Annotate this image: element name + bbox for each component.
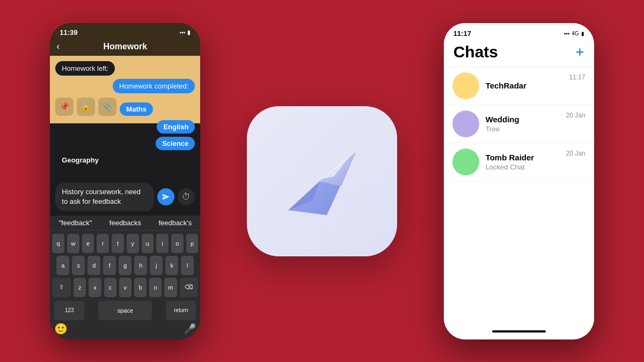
key-g[interactable]: g bbox=[119, 256, 131, 275]
autocomplete-bar: "feedback" feedbacks feedback's bbox=[50, 216, 200, 231]
keyboard-row-1: q w e r t y u i o p bbox=[52, 234, 198, 253]
wifi-icon: ▪▪▪ bbox=[180, 29, 186, 35]
message-homework-completed: Homework completed: bbox=[113, 79, 195, 93]
pin-icon: 📌 bbox=[55, 98, 74, 116]
app-icon bbox=[247, 106, 397, 256]
key-f[interactable]: f bbox=[103, 256, 116, 275]
signal-bars-icon: ▪▪▪ bbox=[564, 31, 570, 36]
techradar-time: 11:17 bbox=[569, 73, 586, 81]
chat-item-wedding[interactable]: Wedding Tree 20 Jan bbox=[444, 105, 594, 143]
autocomplete-feedbacks[interactable]: feedbacks bbox=[105, 219, 145, 227]
chat-area: Homework left: Homework completed: 📌 🔒 📎… bbox=[50, 56, 200, 179]
chat-item-tombraider[interactable]: Tomb Raider Locked Chat 20 Jan bbox=[444, 143, 594, 181]
left-status-bar: 11:39 ▪▪▪ ▮ bbox=[50, 23, 200, 39]
left-status-icons: ▪▪▪ ▮ bbox=[180, 29, 191, 35]
wedding-info: Wedding Tree bbox=[486, 115, 560, 133]
home-bar bbox=[492, 330, 546, 333]
left-time: 11:39 bbox=[60, 28, 77, 36]
chats-header: Chats + bbox=[444, 40, 594, 67]
message-input-area: History coursework, need to ask for feed… bbox=[50, 179, 200, 215]
chat-title: Homework bbox=[103, 42, 147, 51]
key-return[interactable]: return bbox=[166, 301, 196, 320]
key-space[interactable]: space bbox=[98, 301, 152, 320]
wedding-avatar bbox=[452, 110, 479, 137]
key-r[interactable]: r bbox=[97, 234, 109, 253]
send-button[interactable] bbox=[157, 188, 174, 205]
4g-label: 4G bbox=[572, 31, 579, 36]
main-scene: 11:39 ▪▪▪ ▮ ‹ Homework Homework left: Ho… bbox=[0, 0, 644, 362]
key-i[interactable]: i bbox=[156, 234, 169, 253]
key-h[interactable]: h bbox=[134, 256, 147, 275]
key-m[interactable]: m bbox=[164, 278, 177, 297]
key-backspace[interactable]: ⌫ bbox=[180, 278, 199, 297]
lock-icon: 🔒 bbox=[77, 98, 95, 116]
battery-icon: ▮ bbox=[187, 29, 191, 35]
message-homework-left: Homework left: bbox=[55, 61, 115, 76]
key-v[interactable]: v bbox=[119, 278, 131, 297]
chat-item-techradar[interactable]: TechRadar 11:17 bbox=[444, 67, 594, 105]
key-l[interactable]: l bbox=[181, 256, 194, 275]
telegram-icon bbox=[274, 133, 370, 230]
chats-title: Chats bbox=[453, 43, 498, 61]
techradar-name: TechRadar bbox=[486, 81, 563, 90]
key-shift[interactable]: ⇧ bbox=[52, 278, 71, 297]
key-n[interactable]: n bbox=[149, 278, 162, 297]
tombraider-time: 20 Jan bbox=[566, 150, 586, 157]
wedding-subtitle: Tree bbox=[486, 125, 560, 133]
left-nav-bar: ‹ Homework bbox=[50, 39, 200, 56]
right-status-icons: ▪▪▪ 4G ▮ bbox=[564, 31, 584, 36]
english-tag[interactable]: English bbox=[157, 120, 195, 134]
right-battery-icon: ▮ bbox=[581, 31, 584, 36]
key-t[interactable]: t bbox=[112, 234, 124, 253]
keyboard-row-3: ⇧ z x c v b n m ⌫ bbox=[52, 278, 198, 297]
tombraider-subtitle: Locked Chat bbox=[486, 163, 560, 171]
tombraider-avatar bbox=[452, 149, 479, 175]
right-phone: 11:17 ▪▪▪ 4G ▮ Chats + TechRadar 11:17 bbox=[444, 23, 594, 339]
science-tag[interactable]: Science bbox=[156, 137, 195, 150]
key-x[interactable]: x bbox=[89, 278, 101, 297]
autocomplete-feedback[interactable]: "feedback" bbox=[54, 219, 96, 227]
key-b[interactable]: b bbox=[134, 278, 147, 297]
key-p[interactable]: p bbox=[186, 234, 199, 253]
tombraider-info: Tomb Raider Locked Chat bbox=[486, 153, 560, 171]
left-phone: 11:39 ▪▪▪ ▮ ‹ Homework Homework left: Ho… bbox=[50, 23, 200, 339]
key-q[interactable]: q bbox=[52, 234, 64, 253]
key-s[interactable]: s bbox=[72, 256, 85, 275]
key-w[interactable]: w bbox=[67, 234, 79, 253]
back-button[interactable]: ‹ bbox=[56, 41, 60, 52]
key-u[interactable]: u bbox=[142, 234, 154, 253]
techradar-avatar bbox=[452, 72, 479, 99]
autocomplete-feedbacks-possessive[interactable]: feedback's bbox=[154, 219, 196, 227]
chat-list: TechRadar 11:17 Wedding Tree 20 Jan Tomb… bbox=[444, 67, 594, 323]
keyboard-bottom-row: 🙂 🎤 bbox=[52, 321, 198, 336]
key-c[interactable]: c bbox=[104, 278, 116, 297]
key-d[interactable]: d bbox=[87, 256, 100, 275]
key-123[interactable]: 123 bbox=[54, 301, 84, 320]
key-o[interactable]: o bbox=[171, 234, 184, 253]
right-status-bar: 11:17 ▪▪▪ 4G ▮ bbox=[444, 23, 594, 40]
paperclip-icon: 📎 bbox=[98, 98, 116, 116]
home-indicator bbox=[444, 323, 594, 339]
right-time: 11:17 bbox=[453, 29, 471, 38]
key-j[interactable]: j bbox=[150, 256, 163, 275]
key-z[interactable]: z bbox=[74, 278, 86, 297]
techradar-info: TechRadar bbox=[486, 81, 563, 90]
maths-tag[interactable]: Maths bbox=[120, 102, 153, 116]
mic-button[interactable]: 🎤 bbox=[184, 323, 196, 335]
new-chat-button[interactable]: + bbox=[575, 45, 584, 60]
emoji-button[interactable]: 🙂 bbox=[54, 322, 68, 335]
geography-tag[interactable]: Geography bbox=[55, 153, 105, 167]
pin-row: 📌 🔒 📎 Maths bbox=[55, 98, 153, 116]
tombraider-name: Tomb Raider bbox=[486, 153, 560, 162]
key-y[interactable]: y bbox=[127, 234, 139, 253]
keyboard-row-2: a s d f g h j k l bbox=[52, 256, 198, 275]
key-e[interactable]: e bbox=[82, 234, 94, 253]
clock-button[interactable]: ⏱ bbox=[178, 188, 195, 205]
wedding-time: 20 Jan bbox=[566, 112, 586, 119]
key-k[interactable]: k bbox=[165, 256, 178, 275]
key-a[interactable]: a bbox=[56, 256, 69, 275]
keyboard-row-4: 123 space return bbox=[52, 300, 198, 321]
wedding-name: Wedding bbox=[486, 115, 560, 124]
keyboard: q w e r t y u i o p a s d f g h j k l bbox=[50, 231, 200, 339]
message-input[interactable]: History coursework, need to ask for feed… bbox=[55, 183, 154, 211]
